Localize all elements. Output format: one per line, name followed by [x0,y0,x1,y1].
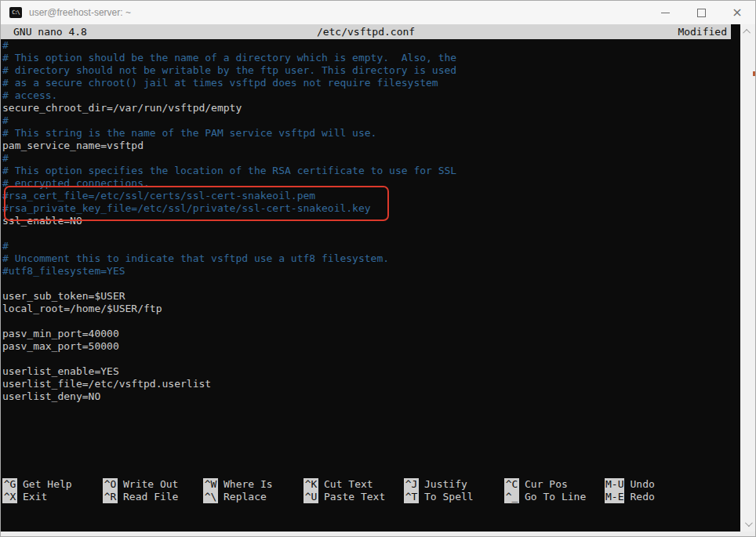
terminal-window: C:\ user@freehost-server: ~ × GNU nano 4… [0,0,756,537]
editor-line: # [2,240,740,252]
editor-line: # encrypted connections. [2,177,740,190]
editor-line: local_root=/home/$USER/ftp [2,303,740,315]
shortcut-hint: ^TTo Spell [404,491,504,503]
nano-modified-status: Modified [678,24,727,39]
editor-line: # Uncomment this to indicate that vsftpd… [2,252,740,265]
shortcut-column: ^CCur Pos^_Go To Line [504,478,605,503]
shortcut-hint: M-UUndo [605,478,705,491]
editor-line: userlist_deny=NO [2,390,740,403]
shortcut-column: ^GGet Help^XExit [2,478,103,503]
shortcut-column: ^OWrite Out^RRead File [103,478,203,503]
shortcut-key: M-E [605,491,624,503]
shortcut-hint: ^\Replace [203,491,303,503]
editor-line: userlist_file=/etc/vsftpd.userlist [2,378,740,390]
shortcut-label: Read File [123,491,178,503]
editor-line: # as a secure chroot() jail at times vsf… [2,77,740,89]
editor-line: #rsa_private_key_file=/etc/ssl/private/s… [2,202,740,215]
shortcut-hint: ^RRead File [103,491,203,503]
window-title: user@freehost-server: ~ [29,7,131,18]
shortcut-key: ^K [303,478,318,491]
editor-line [2,353,740,365]
window-controls: × [647,1,755,24]
shortcut-label: Exit [23,491,47,503]
shortcut-hint: ^CCur Pos [504,478,605,491]
shortcut-label: Justify [424,478,467,490]
chevron-up-icon [743,29,751,37]
window-bottom-border [1,532,755,536]
nano-version: GNU nano 4.8 [13,24,87,39]
shortcut-label: Cur Pos [525,478,568,490]
editor-line: secure_chroot_dir=/var/run/vsftpd/empty [2,102,740,114]
editor-line: pasv_min_port=40000 [2,328,740,340]
nano-filename: /etc/vsftpd.conf [317,24,415,39]
shortcut-hint: ^OWrite Out [103,478,203,491]
shortcut-label: Go To Line [525,491,586,503]
editor-lines: ## This option should be the name of a d… [2,39,740,403]
shortcut-key: ^X [2,491,17,503]
shortcut-label: Redo [630,491,654,503]
editor-line: #rsa_cert_file=/etc/ssl/certs/ssl-cert-s… [2,190,740,202]
shortcut-key: ^O [103,478,118,491]
shortcut-label: Where Is [224,478,273,490]
shortcut-hint: ^XExit [2,491,103,503]
minimize-icon [661,13,670,13]
shortcut-column: ^JJustify^TTo Spell [404,478,504,503]
shortcut-key: ^\ [203,491,218,503]
editor-line: # This option specifies the location of … [2,165,740,177]
minimize-button[interactable] [647,1,683,24]
editor-line: # This string is the name of the PAM ser… [2,127,740,140]
cmd-terminal-icon: C:\ [9,7,22,18]
editor-line [2,315,740,328]
maximize-icon [697,9,706,17]
shortcut-label: Replace [224,491,267,503]
shortcut-key: ^U [303,491,318,503]
editor-line [2,227,740,240]
editor-line: # [2,39,740,52]
shortcut-hint: ^JJustify [404,478,504,491]
editor-line [2,278,740,290]
shortcut-column: ^WWhere Is^\Replace [203,478,303,503]
maximize-button[interactable] [683,1,719,24]
titlebar[interactable]: C:\ user@freehost-server: ~ × [1,1,755,24]
editor-line: # access. [2,89,740,102]
scrollbar-mark [753,71,755,76]
shortcut-label: Cut Text [324,478,373,490]
shortcut-hint: ^GGet Help [2,478,103,491]
shortcut-column: M-UUndoM-ERedo [605,478,705,503]
editor-line: userlist_enable=YES [2,365,740,378]
terminal-body[interactable]: GNU nano 4.8 /etc/vsftpd.conf Modified #… [1,24,755,532]
editor-line: ssl_enable=NO [2,215,740,227]
shortcut-label: Undo [630,478,654,490]
editor-line: # directory should not be writable by th… [2,64,740,77]
shortcut-hint: ^WWhere Is [203,478,303,491]
close-icon: × [732,6,742,19]
scrollbar[interactable] [740,24,755,532]
close-button[interactable]: × [719,1,755,24]
editor-line: pasv_max_port=50000 [2,340,740,353]
shortcut-key: ^T [404,491,419,503]
editor-line: #utf8_filesystem=YES [2,265,740,278]
editor-line: # This option should be the name of a di… [2,52,740,64]
editor-line: # [2,152,740,165]
shortcut-hint: ^UPaste Text [303,491,404,503]
editor-line: user_sub_token=$USER [2,290,740,303]
shortcut-hint: ^_Go To Line [504,491,605,503]
scrollbar-down-button[interactable] [740,517,755,531]
shortcut-key: ^J [404,478,419,491]
chevron-down-icon [745,519,753,527]
nano-shortcuts: ^GGet Help^XExit^OWrite Out^RRead File^W… [2,478,705,503]
shortcut-label: Paste Text [324,491,385,503]
editor-line: # [2,114,740,127]
scrollbar-up-button[interactable] [740,25,755,38]
shortcut-column: ^KCut Text^UPaste Text [303,478,404,503]
shortcut-key: ^_ [504,491,519,503]
shortcut-hint: ^KCut Text [303,478,404,491]
shortcut-label: To Spell [424,491,474,503]
shortcut-key: M-U [605,478,624,491]
shortcut-key: ^G [2,478,17,491]
shortcut-label: Get Help [23,478,72,490]
shortcut-key: ^C [504,478,519,491]
shortcut-hint: M-ERedo [605,491,705,503]
shortcut-key: ^R [103,491,118,503]
editor-line: pam_service_name=vsftpd [2,140,740,152]
